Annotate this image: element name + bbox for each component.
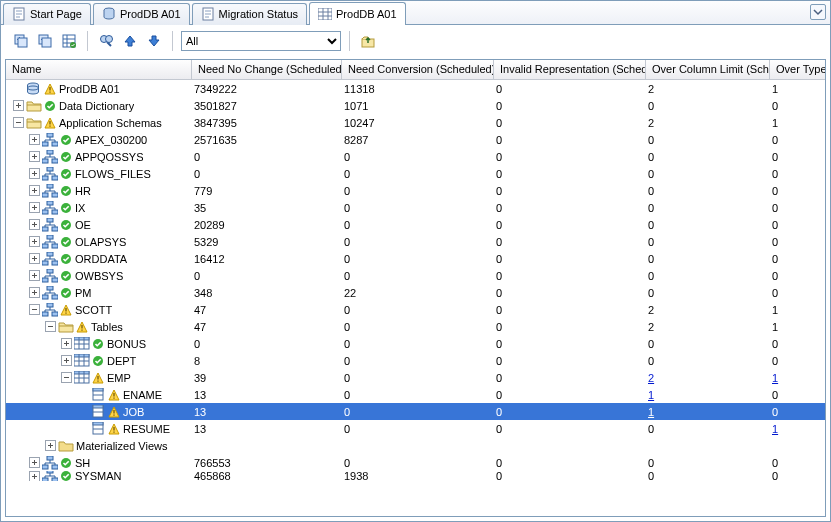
tree-toggle[interactable]: [60, 372, 72, 384]
link-value[interactable]: 1: [772, 423, 778, 435]
tab-bar: Start Page ProdDB A01 Migration Status P…: [1, 1, 830, 25]
tree-toggle[interactable]: [44, 321, 56, 333]
link-value[interactable]: 1: [648, 406, 654, 418]
cell-value: 0: [496, 372, 502, 384]
tree-toggle[interactable]: [44, 440, 56, 452]
table-row[interactable]: SH7665530000: [6, 454, 825, 471]
tree-toggle[interactable]: [28, 236, 40, 248]
table-row[interactable]: HR7790000: [6, 182, 825, 199]
cell-value: 0: [496, 338, 502, 350]
collapse-all-button[interactable]: [35, 31, 55, 51]
column-header-over-type[interactable]: Over Type Limit (Scheduled): [770, 60, 826, 79]
table-row[interactable]: FLOWS_FILES00000: [6, 165, 825, 182]
toolbar-separator: [349, 31, 350, 51]
node-label: OLAPSYS: [75, 236, 126, 248]
tree-toggle[interactable]: [28, 471, 40, 481]
table-row[interactable]: SCOTT470021: [6, 301, 825, 318]
tree-toggle[interactable]: [60, 338, 72, 350]
tree-toggle[interactable]: [28, 287, 40, 299]
schema-icon: [42, 235, 58, 249]
table-row[interactable]: APPQOSSYS00000: [6, 148, 825, 165]
svg-rect-76: [65, 308, 66, 312]
tree-toggle[interactable]: [28, 304, 40, 316]
filter-select[interactable]: All: [181, 31, 341, 51]
table-row[interactable]: PM34822000: [6, 284, 825, 301]
cell-value: 0: [344, 168, 350, 180]
cell-value: 0: [496, 168, 502, 180]
warning-icon: [60, 304, 72, 316]
column-header-need-no-change[interactable]: Need No Change (Scheduled): [192, 60, 342, 79]
tree-toggle[interactable]: [28, 151, 40, 163]
table-row[interactable]: Tables470021: [6, 318, 825, 335]
cell-value: 0: [772, 355, 778, 367]
tree-toggle[interactable]: [28, 134, 40, 146]
tree-toggle[interactable]: [28, 202, 40, 214]
table-row[interactable]: OWBSYS00000: [6, 267, 825, 284]
list-view-button[interactable]: [59, 31, 79, 51]
node-label: Tables: [91, 321, 123, 333]
column-header-name[interactable]: Name: [6, 60, 192, 79]
cell-value: 47: [194, 321, 206, 333]
table-row[interactable]: OLAPSYS53290000: [6, 233, 825, 250]
expand-tabs-button[interactable]: [810, 4, 826, 20]
column-header-invalid[interactable]: Invalid Representation (Scheduled): [494, 60, 646, 79]
tree-toggle[interactable]: [28, 185, 40, 197]
up-button[interactable]: [120, 31, 140, 51]
table-row[interactable]: SYSMAN4658681938000: [6, 471, 825, 481]
node-label: EMP: [107, 372, 131, 384]
table-row[interactable]: OE202890000: [6, 216, 825, 233]
svg-rect-70: [52, 295, 58, 299]
cell-value: 1: [772, 83, 778, 95]
table-row[interactable]: Materialized Views: [6, 437, 825, 454]
table-row[interactable]: Data Dictionary35018271071000: [6, 97, 825, 114]
check-icon: [60, 457, 72, 469]
table-row[interactable]: JOB130010: [6, 403, 825, 420]
find-button[interactable]: [96, 31, 116, 51]
col-icon: [90, 388, 106, 402]
tab-migration-status[interactable]: Migration Status: [192, 3, 307, 25]
tree-toggle[interactable]: [28, 253, 40, 265]
table-row[interactable]: BONUS00000: [6, 335, 825, 352]
table-row[interactable]: Application Schemas384739510247021: [6, 114, 825, 131]
cell-value: 0: [648, 338, 654, 350]
go-up-button[interactable]: [358, 31, 378, 51]
tab-label: ProdDB A01: [120, 8, 181, 20]
column-header-need-conversion[interactable]: Need Conversion (Scheduled): [342, 60, 494, 79]
table-row[interactable]: ORDDATA164120000: [6, 250, 825, 267]
table-row[interactable]: IX350000: [6, 199, 825, 216]
cell-value: 2571635: [194, 134, 237, 146]
table-row[interactable]: ENAME130010: [6, 386, 825, 403]
node-label: ProdDB A01: [59, 83, 120, 95]
db-icon: [102, 7, 116, 21]
expand-all-button[interactable]: [11, 31, 31, 51]
tree-toggle[interactable]: [12, 117, 24, 129]
table-row[interactable]: RESUME130001: [6, 420, 825, 437]
tree-toggle[interactable]: [28, 168, 40, 180]
column-header-over-column[interactable]: Over Column Limit (Scheduled): [646, 60, 770, 79]
grid-body[interactable]: ProdDB A01734922211318021Data Dictionary…: [6, 80, 825, 516]
svg-rect-33: [47, 167, 53, 171]
link-value[interactable]: 1: [772, 372, 778, 384]
tree-toggle[interactable]: [12, 100, 24, 112]
tree-toggle[interactable]: [28, 219, 40, 231]
table-row[interactable]: ProdDB A01734922211318021: [6, 80, 825, 97]
tab-proddb-a01-grid[interactable]: ProdDB A01: [309, 2, 406, 25]
table-row[interactable]: DEPT80000: [6, 352, 825, 369]
table-row[interactable]: EMP390021: [6, 369, 825, 386]
link-value[interactable]: 2: [648, 372, 654, 384]
chevron-down-icon: [813, 7, 823, 17]
tree-toggle[interactable]: [28, 270, 40, 282]
node-label: DEPT: [107, 355, 136, 367]
tree-toggle[interactable]: [60, 355, 72, 367]
check-icon: [60, 185, 72, 197]
cell-value: 8: [194, 355, 200, 367]
schema-icon: [42, 201, 58, 215]
table-row[interactable]: APEX_03020025716358287000: [6, 131, 825, 148]
link-value[interactable]: 1: [648, 389, 654, 401]
cell-value: 0: [648, 355, 654, 367]
tab-proddb-a01[interactable]: ProdDB A01: [93, 3, 190, 25]
tab-start-page[interactable]: Start Page: [3, 3, 91, 25]
tree-toggle[interactable]: [28, 457, 40, 469]
cell-value: 0: [496, 471, 502, 481]
down-button[interactable]: [144, 31, 164, 51]
